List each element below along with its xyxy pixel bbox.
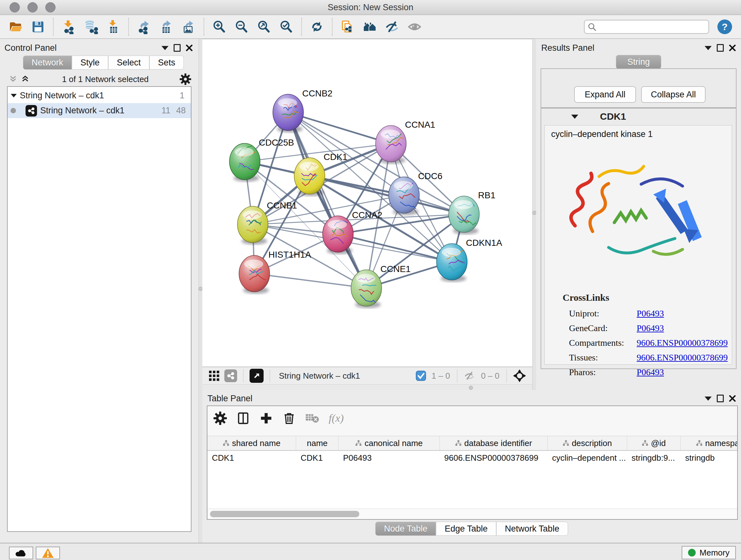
control-panel-tabs: NetworkStyleSelectSets: [23, 56, 184, 70]
crosslink-value-link[interactable]: P06493: [636, 367, 664, 377]
network-row[interactable]: String Network – cdk1 11 48: [8, 103, 191, 118]
grid-view-icon[interactable]: [208, 370, 220, 381]
column-header-canonical-name[interactable]: canonical name: [339, 436, 440, 450]
create-column-icon[interactable]: [259, 411, 273, 425]
collapse-all-button[interactable]: Collapse All: [641, 86, 705, 103]
open-session-icon[interactable]: [6, 17, 25, 36]
panel-menu-icon[interactable]: [702, 43, 714, 53]
node-CCNA2[interactable]: [323, 216, 353, 254]
memory-button[interactable]: Memory: [682, 546, 736, 559]
tab-network-table[interactable]: Network Table: [496, 522, 568, 536]
node-CCNB2[interactable]: [273, 94, 304, 132]
selected-checkbox-icon[interactable]: [416, 371, 426, 381]
panel-close-icon[interactable]: [726, 393, 738, 404]
zoom-fit-icon[interactable]: [255, 17, 273, 36]
cell-database-identifier[interactable]: 9606.ENSP00000378699: [440, 451, 548, 465]
crosslink-value-link[interactable]: 9606.ENSP00000378699: [636, 338, 728, 348]
node-CDKN1A[interactable]: [436, 244, 467, 282]
node-HIST1H1A[interactable]: [239, 255, 270, 294]
hide-selected-icon[interactable]: [383, 17, 401, 36]
table-row[interactable]: CDK1CDK1P064939606.ENSP00000378699cyclin…: [207, 451, 738, 465]
cloud-status-button[interactable]: [9, 547, 33, 559]
panel-float-icon[interactable]: [171, 43, 183, 53]
node-CDC6[interactable]: [389, 177, 419, 215]
table-horizontal-scrollbar[interactable]: [207, 509, 737, 519]
column-header-database-identifier[interactable]: database identifier: [440, 436, 548, 450]
column-header-shared-name[interactable]: shared name: [207, 436, 296, 450]
node-CDK1[interactable]: [294, 158, 325, 196]
crosslink-value-link[interactable]: P06493: [636, 323, 664, 333]
table-panel-splitter[interactable]: [202, 384, 532, 390]
network-thumbnail-icon[interactable]: [224, 369, 237, 382]
save-session-icon[interactable]: [29, 17, 47, 36]
panel-close-icon[interactable]: [183, 43, 195, 53]
network-selection-status: 1 of 1 Network selected: [31, 74, 179, 84]
node-CCNB1[interactable]: [238, 206, 268, 245]
collection-expander-icon[interactable]: [8, 90, 20, 101]
table-panel-splitter-handle[interactable]: [469, 386, 473, 390]
expand-all-networks-icon[interactable]: [19, 74, 31, 84]
import-network-from-database-icon[interactable]: [82, 17, 100, 36]
import-table-from-file-icon[interactable]: [104, 17, 123, 36]
export-table-icon[interactable]: [157, 17, 176, 36]
tab-select[interactable]: Select: [108, 56, 149, 70]
cell-namespace[interactable]: stringdb: [681, 451, 738, 465]
warnings-button[interactable]: [36, 547, 60, 559]
tab-network[interactable]: Network: [23, 56, 72, 70]
panel-menu-icon[interactable]: [702, 393, 714, 404]
crosslink-value-link[interactable]: 9606.ENSP00000378699: [636, 353, 728, 363]
panel-float-icon[interactable]: [714, 393, 726, 404]
panel-close-icon[interactable]: [726, 43, 738, 53]
node-CCNE1[interactable]: [351, 270, 382, 308]
edge-CCNB2-CCNE1[interactable]: [288, 112, 366, 288]
table-options-gear-icon[interactable]: [213, 411, 227, 425]
import-network-from-file-icon[interactable]: [59, 17, 78, 36]
scrollbar-thumb[interactable]: [210, 511, 359, 517]
cell-canonical-name[interactable]: P06493: [339, 451, 440, 465]
tab-edge-table[interactable]: Edge Table: [436, 522, 496, 536]
first-neighbors-icon[interactable]: [360, 17, 379, 36]
column-header-namespace[interactable]: namespace: [681, 436, 738, 450]
node-RB1[interactable]: [449, 196, 479, 234]
cell-description[interactable]: cyclin–dependent ...: [548, 451, 627, 465]
detach-view-icon[interactable]: [250, 369, 264, 383]
tab-sets[interactable]: Sets: [149, 56, 184, 70]
panel-menu-icon[interactable]: [159, 43, 171, 53]
edge-HIST1H1A-CCNE1[interactable]: [254, 273, 366, 288]
delete-column-icon[interactable]: [282, 411, 296, 425]
fit-content-crosshair-icon[interactable]: [513, 369, 526, 382]
cell-shared-name[interactable]: CDK1: [207, 451, 296, 465]
edge-CCNB2-CCNA1[interactable]: [288, 112, 391, 144]
tab-style[interactable]: Style: [72, 56, 108, 70]
column-header-description[interactable]: description: [548, 436, 627, 450]
network-options-gear-icon[interactable]: [179, 74, 192, 84]
zoom-out-icon[interactable]: [232, 17, 251, 36]
refresh-icon[interactable]: [308, 17, 326, 36]
panel-float-icon[interactable]: [714, 43, 726, 53]
node-CDC25B[interactable]: [229, 143, 260, 182]
tab-string[interactable]: String: [616, 55, 661, 69]
column-header-name[interactable]: name: [296, 436, 339, 450]
help-button[interactable]: ?: [718, 19, 732, 34]
zoom-in-icon[interactable]: [210, 17, 228, 36]
crosslink-label: Tissues:: [569, 353, 636, 363]
collapse-all-networks-icon[interactable]: [7, 74, 19, 84]
function-builder-icon: f(x): [329, 412, 344, 424]
crosslink-value-link[interactable]: P06493: [636, 308, 664, 319]
export-network-icon[interactable]: [135, 17, 153, 36]
expand-all-button[interactable]: Expand All: [574, 86, 636, 103]
cell-@id[interactable]: stringdb:9...: [627, 451, 681, 465]
node-CCNA1[interactable]: [376, 125, 406, 164]
copy-annotation-icon[interactable]: [338, 17, 357, 36]
search-input[interactable]: [584, 20, 709, 34]
export-image-icon[interactable]: [179, 17, 198, 36]
network-canvas[interactable]: CCNB2CCNA1CDC25BCDK1CDC6RB1CCNB1CCNA2CDK…: [202, 39, 532, 367]
tab-node-table[interactable]: Node Table: [375, 522, 436, 536]
show-columns-icon[interactable]: [236, 411, 250, 425]
zoom-selected-icon[interactable]: [277, 17, 295, 36]
table-body[interactable]: [207, 465, 737, 508]
gene-expander-icon[interactable]: [569, 111, 581, 122]
cell-name[interactable]: CDK1: [296, 451, 339, 465]
network-collection-row[interactable]: String Network – cdk1 1: [8, 88, 191, 103]
column-header-@id[interactable]: @id: [627, 436, 681, 450]
